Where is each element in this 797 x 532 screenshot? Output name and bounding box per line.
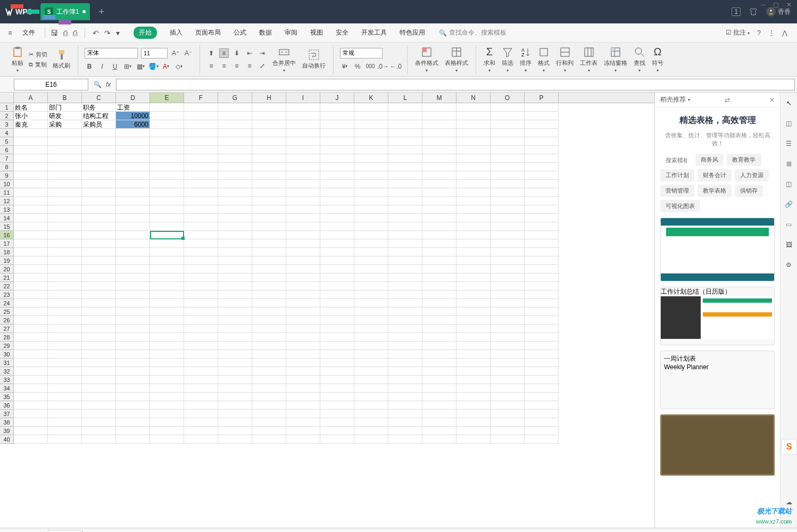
cell-P40[interactable] xyxy=(525,435,559,444)
cell-I5[interactable] xyxy=(286,137,320,146)
row-col-button[interactable]: 行和列▾ xyxy=(553,46,577,73)
cell-I23[interactable] xyxy=(286,290,320,299)
cell-I34[interactable] xyxy=(286,384,320,393)
cell-A27[interactable] xyxy=(14,325,48,333)
cell-P10[interactable] xyxy=(525,180,559,188)
cell-B22[interactable] xyxy=(48,282,82,290)
cell-N17[interactable] xyxy=(456,239,491,248)
cell-N36[interactable] xyxy=(456,401,491,410)
sogou-ime-badge[interactable]: S xyxy=(781,439,797,455)
cell-D8[interactable] xyxy=(116,163,150,171)
cell-K27[interactable] xyxy=(354,325,388,333)
cell-J22[interactable] xyxy=(320,282,354,290)
cell-J31[interactable] xyxy=(320,359,354,367)
cell-J34[interactable] xyxy=(320,384,354,393)
font-color-button[interactable]: A▾ xyxy=(161,62,171,71)
select-tool-icon[interactable]: ↖ xyxy=(784,98,794,109)
cell-C32[interactable] xyxy=(82,367,116,376)
cell-E4[interactable] xyxy=(150,129,184,137)
cell-K32[interactable] xyxy=(354,367,388,376)
cell-J26[interactable] xyxy=(320,316,354,325)
cell-C9[interactable] xyxy=(82,171,116,180)
tab-layout[interactable]: 页面布局 xyxy=(195,28,221,37)
cell-J19[interactable] xyxy=(320,256,354,265)
cell-C24[interactable] xyxy=(82,299,116,307)
cell-A15[interactable] xyxy=(14,222,48,231)
cell-O8[interactable] xyxy=(491,163,525,171)
cell-O19[interactable] xyxy=(491,256,525,265)
cell-M14[interactable] xyxy=(422,214,456,222)
cell-N32[interactable] xyxy=(456,367,491,376)
cell-P21[interactable] xyxy=(525,273,559,282)
cell-P26[interactable] xyxy=(525,316,559,325)
cell-D27[interactable] xyxy=(116,325,150,333)
cell-J3[interactable] xyxy=(320,120,354,129)
side-tab-teach[interactable]: 教学表格 xyxy=(698,185,732,197)
cell-L23[interactable] xyxy=(388,290,422,299)
cell-E15[interactable] xyxy=(150,222,184,231)
cell-E27[interactable] xyxy=(150,325,184,333)
cell-J21[interactable] xyxy=(320,273,354,282)
cell-H21[interactable] xyxy=(252,273,286,282)
cell-F23[interactable] xyxy=(184,290,218,299)
cell-O27[interactable] xyxy=(491,325,525,333)
cell-B19[interactable] xyxy=(48,256,82,265)
cell-I38[interactable] xyxy=(286,418,320,427)
cell-H9[interactable] xyxy=(252,171,286,180)
cell-N33[interactable] xyxy=(456,376,491,384)
cell-B16[interactable] xyxy=(48,231,82,239)
cell-I6[interactable] xyxy=(286,146,320,154)
cell-G37[interactable] xyxy=(218,410,252,418)
cell-N35[interactable] xyxy=(456,393,491,401)
cell-N40[interactable] xyxy=(456,435,491,444)
cell-A36[interactable] xyxy=(14,401,48,410)
cell-A18[interactable] xyxy=(14,248,48,256)
cell-C16[interactable] xyxy=(82,231,116,239)
cell-C40[interactable] xyxy=(82,435,116,444)
cell-L8[interactable] xyxy=(388,163,422,171)
cell-K16[interactable] xyxy=(354,231,388,239)
format-button[interactable]: 格式▾ xyxy=(535,46,553,73)
cell-P14[interactable] xyxy=(525,214,559,222)
cell-C29[interactable] xyxy=(82,342,116,350)
select-all-corner[interactable] xyxy=(0,93,14,103)
cell-E10[interactable] xyxy=(150,180,184,188)
cell-B30[interactable] xyxy=(48,350,82,359)
cell-B24[interactable] xyxy=(48,299,82,307)
zoom-icon[interactable]: 🔍 xyxy=(94,81,102,88)
col-header-I[interactable]: I xyxy=(286,93,320,103)
cell-F26[interactable] xyxy=(184,316,218,325)
cell-G21[interactable] xyxy=(218,273,252,282)
cell-F28[interactable] xyxy=(184,333,218,342)
cell-I26[interactable] xyxy=(286,316,320,325)
tab-view[interactable]: 视图 xyxy=(310,28,323,37)
cell-I37[interactable] xyxy=(286,410,320,418)
align-left-button[interactable]: ≡ xyxy=(206,61,216,71)
cell-C14[interactable] xyxy=(82,214,116,222)
row-header-23[interactable]: 23 xyxy=(0,290,14,299)
cell-O11[interactable] xyxy=(491,188,525,197)
cell-L13[interactable] xyxy=(388,205,422,214)
cell-N31[interactable] xyxy=(456,359,491,367)
cell-A20[interactable] xyxy=(14,265,48,273)
cell-M32[interactable] xyxy=(422,367,456,376)
cell-B38[interactable] xyxy=(48,418,82,427)
cell-A1[interactable]: 姓名 xyxy=(14,103,48,112)
cell-F14[interactable] xyxy=(184,214,218,222)
cell-A16[interactable] xyxy=(14,231,48,239)
cell-O38[interactable] xyxy=(491,418,525,427)
cell-E30[interactable] xyxy=(150,350,184,359)
cell-O29[interactable] xyxy=(491,342,525,350)
cell-I12[interactable] xyxy=(286,197,320,205)
cell-D22[interactable] xyxy=(116,282,150,290)
cell-J32[interactable] xyxy=(320,367,354,376)
wrap-button[interactable]: 自动换行 xyxy=(299,49,329,70)
cell-O24[interactable] xyxy=(491,299,525,307)
cell-N4[interactable] xyxy=(456,129,491,137)
cell-M39[interactable] xyxy=(422,427,456,435)
cell-H37[interactable] xyxy=(252,410,286,418)
cell-L3[interactable] xyxy=(388,120,422,129)
cell-G38[interactable] xyxy=(218,418,252,427)
cell-B29[interactable] xyxy=(48,342,82,350)
cell-A5[interactable] xyxy=(14,137,48,146)
